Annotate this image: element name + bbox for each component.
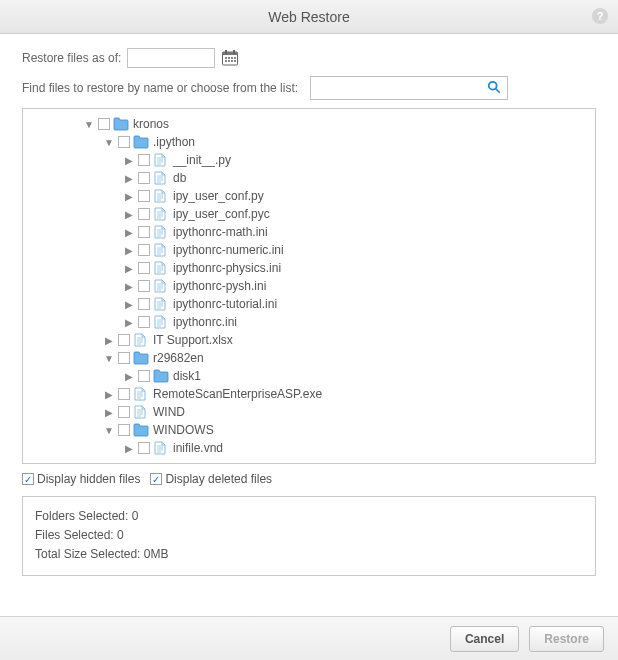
expand-icon[interactable]: ▶ xyxy=(123,281,135,292)
folders-selected-value: 0 xyxy=(132,509,139,523)
tree-node-label: __init__.py xyxy=(173,153,231,167)
tree-node-checkbox[interactable] xyxy=(138,298,150,310)
file-tree: ▼kronos▼.ipython▶__init__.py▶db▶ipy_user… xyxy=(23,109,595,463)
tree-node-checkbox[interactable] xyxy=(118,388,130,400)
collapse-icon[interactable]: ▼ xyxy=(83,119,95,130)
title-bar: Web Restore ? xyxy=(0,0,618,34)
tree-node[interactable]: ▼.ipython xyxy=(27,133,595,151)
tree-node[interactable]: ▶ipythonrc-tutorial.ini xyxy=(27,295,595,313)
search-icon[interactable] xyxy=(487,80,501,97)
tree-node-checkbox[interactable] xyxy=(118,136,130,148)
folders-selected-row: Folders Selected: 0 xyxy=(35,507,583,526)
folder-icon xyxy=(153,369,169,383)
tree-node-checkbox[interactable] xyxy=(138,154,150,166)
tree-node-checkbox[interactable] xyxy=(138,226,150,238)
expand-icon[interactable]: ▶ xyxy=(103,407,115,418)
tree-node[interactable]: ▼kronos xyxy=(27,115,595,133)
tree-node-checkbox[interactable] xyxy=(138,190,150,202)
display-deleted-checkbox[interactable]: ✓ xyxy=(150,473,162,485)
restore-date-row: Restore files as of: xyxy=(22,48,596,68)
tree-node[interactable]: ▶__init__.py xyxy=(27,151,595,169)
display-hidden-checkbox[interactable]: ✓ xyxy=(22,473,34,485)
cancel-button[interactable]: Cancel xyxy=(450,626,519,652)
tree-node[interactable]: ▶ipythonrc-math.ini xyxy=(27,223,595,241)
expand-icon[interactable]: ▶ xyxy=(123,317,135,328)
file-tree-scroll[interactable]: ▼kronos▼.ipython▶__init__.py▶db▶ipy_user… xyxy=(23,109,595,463)
tree-node[interactable]: ▶inifile.vnd xyxy=(27,439,595,457)
svg-rect-8 xyxy=(225,60,227,62)
collapse-icon[interactable]: ▼ xyxy=(103,137,115,148)
search-input[interactable] xyxy=(317,80,487,96)
file-icon xyxy=(153,207,169,221)
tree-node-checkbox[interactable] xyxy=(118,334,130,346)
help-icon[interactable]: ? xyxy=(592,8,608,24)
svg-rect-1 xyxy=(223,52,238,55)
tree-node[interactable]: ▶ipythonrc-numeric.ini xyxy=(27,241,595,259)
dialog-content: Restore files as of: Find files to resto… xyxy=(0,34,618,586)
file-icon xyxy=(133,333,149,347)
tree-node[interactable]: ▼r29682en xyxy=(27,349,595,367)
tree-node[interactable]: ▶disk1 xyxy=(27,367,595,385)
tree-node[interactable]: ▶ipy_user_conf.pyc xyxy=(27,205,595,223)
folders-selected-label: Folders Selected: xyxy=(35,509,128,523)
tree-node-checkbox[interactable] xyxy=(138,262,150,274)
expand-icon[interactable]: ▶ xyxy=(123,209,135,220)
display-hidden-option[interactable]: ✓ Display hidden files xyxy=(22,472,140,486)
collapse-icon[interactable]: ▼ xyxy=(103,353,115,364)
tree-node-checkbox[interactable] xyxy=(138,244,150,256)
expand-icon[interactable]: ▶ xyxy=(123,155,135,166)
tree-node-checkbox[interactable] xyxy=(138,316,150,328)
svg-rect-9 xyxy=(228,60,230,62)
restore-date-input[interactable] xyxy=(127,48,215,68)
file-icon xyxy=(133,405,149,419)
tree-node-checkbox[interactable] xyxy=(138,172,150,184)
tree-node-label: ipy_user_conf.py xyxy=(173,189,264,203)
tree-node-label: WINDOWS xyxy=(153,423,214,437)
expand-icon[interactable]: ▶ xyxy=(103,389,115,400)
expand-icon[interactable]: ▶ xyxy=(123,299,135,310)
tree-node-checkbox[interactable] xyxy=(138,208,150,220)
tree-node-label: IT Support.xlsx xyxy=(153,333,233,347)
tree-node-checkbox[interactable] xyxy=(118,424,130,436)
tree-node[interactable]: ▶IT Support.xlsx xyxy=(27,331,595,349)
svg-rect-11 xyxy=(234,60,236,62)
expand-icon[interactable]: ▶ xyxy=(123,245,135,256)
dialog-footer: Cancel Restore xyxy=(0,616,618,660)
file-icon xyxy=(153,243,169,257)
tree-node[interactable]: ▶ipythonrc-physics.ini xyxy=(27,259,595,277)
expand-icon[interactable]: ▶ xyxy=(123,173,135,184)
display-deleted-option[interactable]: ✓ Display deleted files xyxy=(150,472,272,486)
tree-node-checkbox[interactable] xyxy=(118,352,130,364)
svg-rect-5 xyxy=(228,57,230,59)
tree-node-checkbox[interactable] xyxy=(118,406,130,418)
tree-node[interactable]: ▼WINDOWS xyxy=(27,421,595,439)
svg-rect-3 xyxy=(233,50,235,54)
tree-node[interactable]: ▶db xyxy=(27,169,595,187)
expand-icon[interactable]: ▶ xyxy=(103,335,115,346)
restore-as-of-label: Restore files as of: xyxy=(22,51,121,65)
expand-icon[interactable]: ▶ xyxy=(123,191,135,202)
tree-node[interactable]: ▶ipythonrc.ini xyxy=(27,313,595,331)
tree-node-checkbox[interactable] xyxy=(138,280,150,292)
tree-node-checkbox[interactable] xyxy=(138,442,150,454)
tree-node-checkbox[interactable] xyxy=(138,370,150,382)
tree-node-checkbox[interactable] xyxy=(98,118,110,130)
display-deleted-label: Display deleted files xyxy=(165,472,272,486)
tree-node[interactable]: ▶ipy_user_conf.py xyxy=(27,187,595,205)
tree-node[interactable]: ▶ipythonrc-pysh.ini xyxy=(27,277,595,295)
tree-node-label: RemoteScanEnterpriseASP.exe xyxy=(153,387,322,401)
tree-node[interactable]: ▶WIND xyxy=(27,403,595,421)
expand-icon[interactable]: ▶ xyxy=(123,443,135,454)
restore-button[interactable]: Restore xyxy=(529,626,604,652)
tree-node-label: r29682en xyxy=(153,351,204,365)
tree-node[interactable]: ▶RemoteScanEnterpriseASP.exe xyxy=(27,385,595,403)
collapse-icon[interactable]: ▼ xyxy=(103,425,115,436)
file-icon xyxy=(153,261,169,275)
expand-icon[interactable]: ▶ xyxy=(123,227,135,238)
calendar-icon[interactable] xyxy=(221,49,239,67)
size-selected-label: Total Size Selected: xyxy=(35,547,140,561)
expand-icon[interactable]: ▶ xyxy=(123,263,135,274)
svg-rect-10 xyxy=(231,60,233,62)
files-selected-label: Files Selected: xyxy=(35,528,114,542)
expand-icon[interactable]: ▶ xyxy=(123,371,135,382)
